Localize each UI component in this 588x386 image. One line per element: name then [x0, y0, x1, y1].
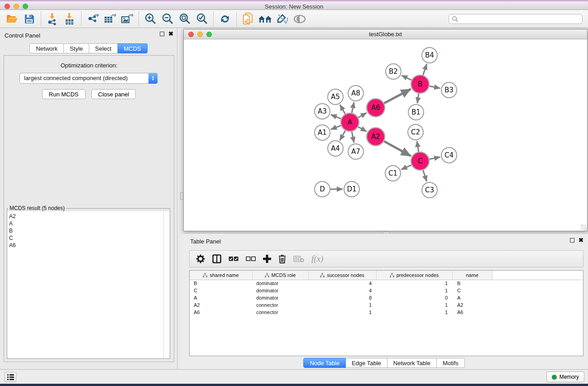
network-maximize-button[interactable] — [206, 32, 212, 37]
column-header-shared-name[interactable]: shared name — [190, 271, 252, 280]
table-cell[interactable]: C — [190, 287, 252, 294]
zoom-selected-button[interactable] — [193, 11, 210, 27]
table-cell[interactable]: A — [190, 294, 252, 301]
mcds-result-item[interactable]: C — [9, 234, 163, 242]
table-cell[interactable]: 1 — [308, 309, 376, 316]
graph-edge[interactable] — [331, 125, 341, 129]
import-network-button[interactable] — [44, 11, 61, 27]
network-minimize-button[interactable] — [197, 32, 203, 37]
table-cell[interactable]: A — [452, 294, 492, 301]
tab-motifs[interactable]: Motifs — [437, 358, 465, 368]
apply-layout-button[interactable] — [216, 11, 234, 27]
table-row[interactable]: A2connector11A2 — [190, 301, 583, 309]
table-cell[interactable]: 0 — [376, 294, 452, 301]
search-field[interactable] — [449, 14, 583, 24]
show-columns-button[interactable] — [212, 254, 221, 263]
optimization-criterion-select[interactable]: largest connected component (directed) ▲… — [19, 73, 158, 84]
table-cell[interactable]: 1 — [308, 301, 376, 309]
export-table-button[interactable] — [101, 11, 119, 27]
table-cell[interactable]: A2 — [190, 301, 252, 309]
export-network-button[interactable] — [84, 11, 101, 27]
zoom-in-button[interactable] — [142, 11, 159, 27]
column-header-successor-nodes[interactable]: successor nodes — [308, 271, 376, 280]
task-history-button[interactable] — [5, 372, 16, 382]
table-cell[interactable]: B — [190, 280, 252, 287]
table-cell[interactable]: 1 — [376, 301, 452, 309]
tab-style[interactable]: Style — [64, 43, 89, 53]
clone-network-button[interactable] — [239, 11, 257, 27]
table-cell[interactable]: dominator — [252, 294, 308, 301]
function-builder-button[interactable]: f(x) — [311, 254, 323, 264]
network-close-button[interactable] — [188, 32, 194, 37]
import-table-button[interactable] — [61, 11, 78, 27]
save-session-button[interactable] — [21, 11, 38, 27]
mcds-result-item[interactable]: A — [9, 220, 163, 227]
close-panel-button[interactable]: Close panel — [91, 89, 136, 99]
select-all-button[interactable] — [229, 256, 239, 262]
graph-edge[interactable] — [401, 165, 411, 170]
create-column-button[interactable] — [263, 255, 271, 263]
graph-edge[interactable] — [423, 64, 427, 75]
mcds-result-item[interactable]: A6 — [9, 242, 163, 249]
open-file-button[interactable] — [4, 11, 21, 27]
result-scrollbar[interactable] — [163, 211, 170, 358]
graph-edge[interactable] — [340, 105, 345, 114]
delete-table-button[interactable] — [293, 255, 304, 262]
table-cell[interactable]: connector — [252, 309, 308, 316]
network-graph[interactable]: B4B2BB3A5A8A6A3B1AA1C2A2A4A7C4CC1C3DD1 — [184, 39, 587, 231]
first-neighbors-button[interactable] — [257, 11, 274, 27]
table-cell[interactable]: 1 — [376, 287, 452, 294]
table-row[interactable]: Cdominator41C — [190, 287, 583, 294]
table-row[interactable]: Adominator80A — [190, 294, 583, 301]
window-resize-grip[interactable] — [581, 224, 587, 230]
table-row[interactable]: A6connector11A6 — [190, 309, 583, 316]
table-cell[interactable]: A6 — [452, 309, 492, 316]
table-cell[interactable] — [492, 294, 583, 301]
table-cell[interactable] — [492, 301, 583, 309]
graph-edge[interactable] — [384, 89, 411, 103]
table-cell[interactable]: 4 — [308, 280, 376, 287]
zoom-out-button[interactable] — [159, 11, 176, 27]
tab-edge-table[interactable]: Edge Table — [346, 358, 387, 368]
delete-columns-button[interactable] — [278, 254, 286, 263]
mcds-result-item[interactable]: B — [9, 227, 163, 234]
table-cell[interactable]: 8 — [308, 294, 376, 301]
table-cell[interactable]: connector — [252, 301, 308, 309]
tab-network[interactable]: Network — [29, 43, 64, 53]
graph-edge[interactable] — [402, 76, 411, 80]
column-header-mcds-role[interactable]: MCDS role — [252, 271, 308, 280]
mcds-result-item[interactable]: A2 — [9, 213, 163, 220]
memory-button[interactable]: Memory — [546, 372, 584, 382]
graph-edge[interactable] — [430, 157, 440, 159]
close-table-panel-icon[interactable]: ✖ — [578, 238, 583, 243]
run-mcds-button[interactable]: Run MCDS — [42, 89, 86, 99]
graph-edge[interactable] — [384, 141, 411, 156]
table-cell[interactable]: 1 — [376, 309, 452, 316]
table-cell[interactable]: B — [452, 280, 492, 287]
graph-edge[interactable] — [340, 130, 345, 140]
graph-edge[interactable] — [417, 141, 419, 152]
zoom-fit-button[interactable] — [176, 11, 193, 27]
graph-edge[interactable] — [430, 86, 440, 88]
graph-edge[interactable] — [352, 132, 354, 143]
graph-edge[interactable] — [358, 113, 367, 117]
graph-edge[interactable] — [352, 102, 354, 113]
table-cell[interactable] — [492, 280, 583, 287]
close-panel-icon[interactable]: ✖ — [168, 32, 173, 36]
table-mode-button[interactable] — [196, 254, 205, 263]
tab-mcds[interactable]: MCDS — [118, 43, 147, 53]
graph-edge[interactable] — [417, 94, 419, 103]
table-cell[interactable] — [492, 287, 583, 294]
vertical-splitter-handle[interactable] — [180, 192, 183, 200]
show-graphics-details-button[interactable] — [291, 11, 308, 27]
table-cell[interactable]: A2 — [452, 301, 492, 309]
tab-network-table[interactable]: Network Table — [387, 358, 437, 368]
graph-edge[interactable] — [331, 114, 341, 119]
column-header-predecessor-nodes[interactable]: predecessor nodes — [376, 271, 452, 280]
tab-node-table[interactable]: Node Table — [303, 358, 346, 368]
graph-edge[interactable] — [358, 127, 367, 131]
tab-select[interactable]: Select — [89, 43, 118, 53]
table-row[interactable]: Bdominator41B — [190, 280, 583, 287]
search-input[interactable] — [460, 16, 579, 22]
column-header-name[interactable]: name — [452, 271, 492, 280]
